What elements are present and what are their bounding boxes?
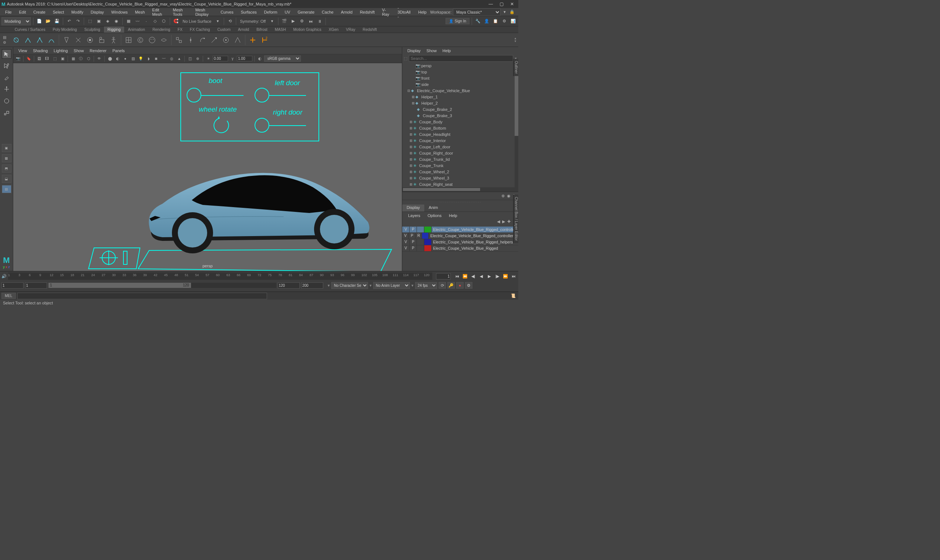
dof-icon[interactable]: ◎ [168,55,175,62]
menu-redshift[interactable]: Redshift [356,9,378,15]
shelf-quickrig-icon[interactable] [248,35,258,45]
layer-new-empty-icon[interactable]: ✚ [507,219,511,226]
layout-two-pane-h[interactable]: ⬒ [2,165,11,172]
current-frame-input[interactable] [436,273,451,280]
undo-icon[interactable]: ↶ [65,18,73,25]
select-hier-icon[interactable]: ▣ [95,18,103,25]
layer-color-swatch[interactable] [422,233,429,239]
outliner-item-persp[interactable]: 📷persp [402,62,518,69]
layer-visibility-toggle[interactable]: V [402,245,409,251]
outliner-item-front[interactable]: 📷front [402,75,518,81]
layer-visibility-toggle[interactable]: V [402,233,409,239]
shelf-tab-sculpt[interactable]: Sculpting [80,26,104,33]
exposure-input[interactable] [213,56,228,62]
xray-icon[interactable]: ◫ [187,55,193,62]
shelf-menu-icon[interactable]: ▤ [2,35,7,40]
live-magnet-icon[interactable]: 🧲 [172,18,180,25]
shelf-control-rig-icon[interactable]: 2 [259,35,269,45]
shelf-tab-motiongfx[interactable]: Motion Graphics [289,26,325,33]
gamma-icon[interactable]: γ [229,55,236,62]
humanik-icon[interactable]: 👤 [483,18,491,25]
layer-visibility-toggle[interactable]: V [402,239,409,245]
panel-menu-view[interactable]: View [15,48,30,54]
outliner-item-root[interactable]: ⊟◆Electric_Coupe_Vehicle_Blue [402,88,518,94]
textured-icon[interactable]: ▨ [130,55,136,62]
outliner-item-helper-2[interactable]: ⊞◆Helper_2 [402,100,518,106]
layout-single-pane[interactable]: ▣ [2,144,11,152]
menu-deform[interactable]: Deform [260,9,281,15]
rotate-tool[interactable] [2,96,11,106]
menu-generate[interactable]: Generate [294,9,318,15]
gate-mask-icon[interactable]: ▣ [59,55,66,62]
shelf-tab-redshift[interactable]: Redshift [359,26,380,33]
outliner-item-interior[interactable]: ⊞✳Coupe_Interior [402,137,518,143]
panel-menu-show[interactable]: Show [71,48,87,54]
bookmark-icon[interactable]: 🔖 [25,55,32,62]
shelf-mirror-weights-icon[interactable] [97,35,107,45]
motion-blur-icon[interactable]: 〰 [160,55,167,62]
layer-reference-toggle[interactable]: R [415,233,422,239]
redo-icon[interactable]: ↷ [74,18,82,25]
rig-slider-left-door[interactable] [269,95,306,96]
shelf-tab-curves[interactable]: Curves / Surfaces [11,26,49,33]
menu-vray[interactable]: V-Ray [378,7,394,18]
camera-select-icon[interactable]: 📷 [15,55,21,62]
layer-playback-toggle[interactable]: P [409,239,417,245]
menu-mesh[interactable]: Mesh [131,9,148,15]
outliner-item-side[interactable]: 📷side [402,81,518,88]
outliner-item-wheel-2[interactable]: ⊞✳Coupe_Wheel_2 [402,169,518,175]
range-slider[interactable]: 1 120 [48,283,276,288]
shelf-tab-vray[interactable]: VRay [342,26,359,33]
shelf-tab-custom[interactable]: Custom [214,26,234,33]
layer-move-up-icon[interactable]: ◀ [497,219,500,226]
ao-icon[interactable]: ◙ [153,55,159,62]
outliner-item-headlight[interactable]: ⊞✳Coupe_Headlight [402,131,518,137]
layer-playback-toggle[interactable]: P [409,226,417,232]
shelf-gear-icon[interactable]: ⚙ [2,40,7,45]
character-set-dropdown[interactable]: No Character Set [331,282,368,289]
layer-row[interactable]: VPRElectric_Coupe_Vehicle_Blue_Rigged_co… [402,233,518,239]
anti-alias-icon[interactable]: ▲ [176,55,183,62]
shelf-aim-constraint-icon[interactable] [221,35,231,45]
outliner-menu-show[interactable]: Show [423,48,440,54]
view-transform-dropdown[interactable]: sRGB gamma [264,55,301,62]
outliner-item-brake-2[interactable]: ◆Coupe_Brake_2 [402,106,518,112]
rig-control-right-door[interactable] [255,118,269,132]
isolate-select-icon[interactable]: 👁 [96,55,103,62]
outliner-item-brake-3[interactable]: ◆Coupe_Brake_3 [402,112,518,118]
wireframe-icon[interactable]: ⬡ [85,55,92,62]
menu-modify[interactable]: Modify [68,9,87,15]
select-obj-icon[interactable]: ◈ [104,18,111,25]
lasso-tool[interactable] [2,61,11,71]
paint-select-tool[interactable] [2,73,11,82]
layer-color-swatch[interactable] [424,245,432,251]
outliner-menu-help[interactable]: Help [440,48,454,54]
layout-outliner-persp[interactable]: ▤ [2,185,11,193]
menu-edit[interactable]: Edit [15,9,30,15]
layer-playback-toggle[interactable]: P [409,233,415,239]
layer-color-swatch[interactable] [424,239,432,245]
film-gate-icon[interactable]: 🎞 [44,55,50,62]
side-tab-outliner[interactable]: Outliner [513,59,518,76]
tool-settings-icon[interactable]: ⚙ [501,18,508,25]
shelf-detach-skin-icon[interactable] [73,35,83,45]
mel-python-toggle[interactable]: MEL [2,293,16,299]
play-reverse-icon[interactable]: ◀ [478,273,485,280]
play-forward-icon[interactable]: ▶ [486,273,492,280]
layer-playback-toggle[interactable]: P [409,245,417,251]
menu-help[interactable]: Help [414,9,430,15]
menu-mesh-display[interactable]: Mesh Display [192,7,217,18]
layer-visibility-toggle[interactable]: V [402,226,409,232]
shelf-tab-mash[interactable]: MASH [271,26,289,33]
move-tool[interactable] [2,85,11,94]
anim-tab[interactable]: Anim [424,205,442,212]
menu-surfaces[interactable]: Surfaces [237,9,260,15]
shelf-tab-bifrost[interactable]: Bifrost [253,26,271,33]
range-out-input[interactable] [278,282,300,289]
command-input[interactable] [17,293,267,299]
layer-reference-toggle[interactable] [417,226,424,232]
hud-icon[interactable]: ⓘ [77,55,84,62]
layers-menu-help[interactable]: Help [445,212,461,218]
anim-layer-dropdown[interactable]: No Anim Layer [373,282,410,289]
shelf-create-ik-icon[interactable] [23,35,33,45]
